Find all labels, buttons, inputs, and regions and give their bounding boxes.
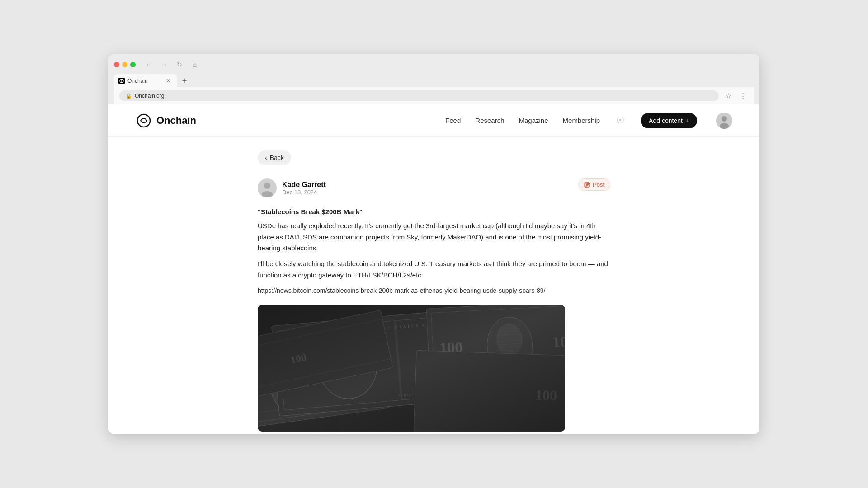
new-tab-button[interactable]: + — [178, 75, 191, 87]
post-title: "Stablecoins Break $200B Mark" — [258, 206, 610, 218]
back-label: Back — [270, 154, 284, 161]
url-display: Onchain.org — [135, 93, 164, 99]
address-bar-row: 🔒 Onchain.org ☆ ⋮ — [114, 87, 754, 104]
money-illustration: 100 100 — [258, 305, 565, 432]
minimize-traffic-light[interactable] — [122, 62, 127, 67]
nav-membership[interactable]: Membership — [563, 117, 600, 124]
nav-separator: ⦿ — [616, 116, 624, 125]
browser-controls: ← → ↻ ⌂ — [114, 59, 754, 70]
author-name: Kade Garrett — [282, 181, 326, 189]
author-avatar — [258, 178, 277, 197]
home-button[interactable]: ⌂ — [189, 59, 201, 70]
tab-favicon — [118, 78, 125, 84]
browser-chrome: ← → ↻ ⌂ Onchain ✕ + 🔒 Onchain.org — [108, 54, 760, 104]
post-link[interactable]: https://news.bitcoin.com/stablecoins-bre… — [258, 286, 610, 296]
logo-icon — [136, 113, 152, 129]
svg-point-2 — [137, 114, 150, 127]
address-bar[interactable]: 🔒 Onchain.org — [119, 90, 719, 101]
svg-point-4 — [722, 116, 727, 122]
author-details: Kade Garrett Dec 13, 2024 — [282, 181, 326, 196]
nav-links: Feed Research Magazine Membership ⦿ Add … — [445, 113, 732, 129]
nav-feed[interactable]: Feed — [445, 117, 461, 124]
browser-window: ← → ↻ ⌂ Onchain ✕ + 🔒 Onchain.org — [108, 54, 760, 434]
tab-close-button[interactable]: ✕ — [166, 77, 171, 84]
traffic-lights — [114, 62, 136, 67]
site-nav: Onchain Feed Research Magazine Membershi… — [108, 104, 760, 137]
author-info: Kade Garrett Dec 13, 2024 — [258, 178, 326, 197]
post-paragraph1: USDe has really exploded recently. It's … — [258, 221, 610, 254]
forward-nav-button[interactable]: → — [158, 59, 170, 70]
add-content-icon: + — [685, 117, 689, 124]
author-avatar-icon — [258, 178, 277, 197]
lock-icon: 🔒 — [126, 93, 132, 99]
post-body: "Stablecoins Break $200B Mark" USDe has … — [258, 206, 610, 296]
post-badge-icon — [584, 182, 590, 188]
add-content-button[interactable]: Add content + — [641, 113, 697, 128]
bookmark-button[interactable]: ☆ — [722, 90, 734, 102]
back-nav-button[interactable]: ← — [143, 59, 155, 70]
browser-actions: ☆ ⋮ — [722, 90, 749, 102]
maximize-traffic-light[interactable] — [130, 62, 136, 67]
back-button[interactable]: ‹ Back — [258, 150, 291, 165]
post-image: 100 100 — [258, 305, 565, 432]
logo-text: Onchain — [156, 115, 196, 127]
browser-menu-button[interactable]: ⋮ — [737, 90, 749, 102]
main-content: ‹ Back Kade Garrett Dec 13, 2024 — [249, 137, 619, 434]
active-tab[interactable]: Onchain ✕ — [114, 74, 177, 87]
post-paragraph2: I'll be closely watching the stablecoin … — [258, 258, 610, 281]
add-content-label: Add content — [649, 117, 683, 124]
close-traffic-light[interactable] — [114, 62, 119, 67]
post-type-badge: Post — [578, 178, 610, 191]
tab-bar: Onchain ✕ + — [114, 74, 754, 87]
post-date: Dec 13, 2024 — [282, 189, 326, 196]
reload-button[interactable]: ↻ — [174, 59, 185, 70]
svg-point-7 — [264, 183, 270, 189]
post-badge-label: Post — [593, 181, 604, 188]
post-header: Kade Garrett Dec 13, 2024 Post — [258, 178, 610, 197]
user-avatar[interactable] — [716, 113, 732, 129]
page-content: Onchain Feed Research Magazine Membershi… — [108, 104, 760, 434]
site-logo[interactable]: Onchain — [136, 113, 196, 129]
nav-research[interactable]: Research — [475, 117, 504, 124]
back-chevron-icon: ‹ — [265, 154, 267, 161]
svg-rect-60 — [258, 305, 565, 432]
avatar-icon — [716, 113, 732, 129]
tab-label: Onchain — [127, 78, 148, 84]
nav-magazine[interactable]: Magazine — [519, 117, 548, 124]
